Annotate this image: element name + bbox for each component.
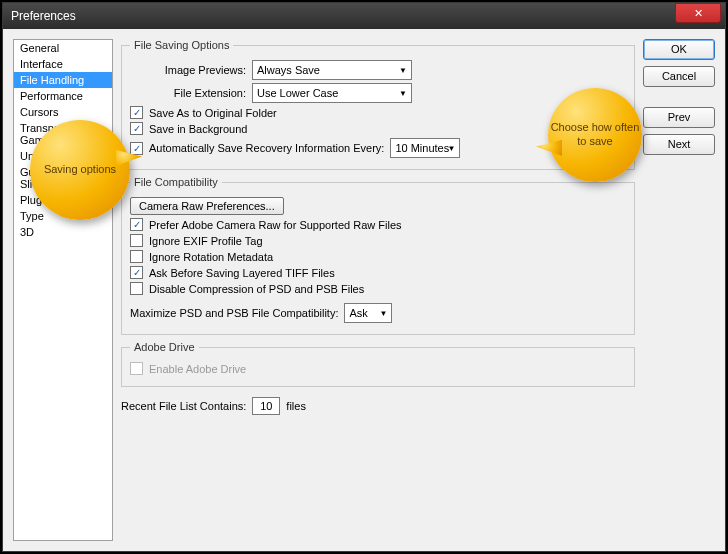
file-extension-select[interactable]: Use Lower Case ▼: [252, 83, 412, 103]
ignore-exif-label: Ignore EXIF Profile Tag: [149, 235, 263, 247]
sidebar-item-general[interactable]: General: [14, 40, 112, 56]
enable-adobe-drive-label: Enable Adobe Drive: [149, 363, 246, 375]
sidebar-item-3d[interactable]: 3D: [14, 224, 112, 240]
recent-files-input[interactable]: 10: [252, 397, 280, 415]
file-compatibility-group: File Compatibility Camera Raw Preference…: [121, 176, 635, 335]
cancel-button[interactable]: Cancel: [643, 66, 715, 87]
auto-save-checkbox[interactable]: [130, 142, 143, 155]
recent-files-label-pre: Recent File List Contains:: [121, 400, 246, 412]
callout-saving-options-text: Saving options: [44, 163, 116, 177]
file-extension-label: File Extension:: [130, 87, 246, 99]
save-original-label: Save As to Original Folder: [149, 107, 277, 119]
ok-button[interactable]: OK: [643, 39, 715, 60]
callout-auto-save-text: Choose how often to save: [548, 121, 642, 149]
file-extension-value: Use Lower Case: [257, 87, 338, 99]
sidebar-item-interface[interactable]: Interface: [14, 56, 112, 72]
maximize-compat-select[interactable]: Ask ▼: [344, 303, 392, 323]
auto-save-label: Automatically Save Recovery Information …: [149, 142, 384, 154]
prefer-acr-label: Prefer Adobe Camera Raw for Supported Ra…: [149, 219, 402, 231]
adobe-drive-legend: Adobe Drive: [130, 341, 199, 353]
callout-auto-save: Choose how often to save: [548, 88, 642, 182]
sidebar-item-performance[interactable]: Performance: [14, 88, 112, 104]
maximize-compat-value: Ask: [349, 307, 367, 319]
chevron-down-icon: ▼: [380, 309, 388, 318]
prefer-acr-checkbox[interactable]: [130, 218, 143, 231]
recent-files-label-post: files: [286, 400, 306, 412]
image-previews-value: Always Save: [257, 64, 320, 76]
sidebar-item-file-handling[interactable]: File Handling: [14, 72, 112, 88]
prev-button[interactable]: Prev: [643, 107, 715, 128]
ignore-rotation-label: Ignore Rotation Metadata: [149, 251, 273, 263]
close-icon: ✕: [694, 7, 703, 20]
camera-raw-prefs-button[interactable]: Camera Raw Preferences...: [130, 197, 284, 215]
ignore-rotation-checkbox[interactable]: [130, 250, 143, 263]
ask-tiff-label: Ask Before Saving Layered TIFF Files: [149, 267, 335, 279]
adobe-drive-group: Adobe Drive Enable Adobe Drive: [121, 341, 635, 387]
image-previews-select[interactable]: Always Save ▼: [252, 60, 412, 80]
close-button[interactable]: ✕: [675, 3, 721, 23]
maximize-compat-label: Maximize PSD and PSB File Compatibility:: [130, 307, 338, 319]
auto-save-interval-value: 10 Minutes: [395, 142, 449, 154]
category-sidebar: General Interface File Handling Performa…: [13, 39, 113, 541]
save-original-checkbox[interactable]: [130, 106, 143, 119]
auto-save-interval-select[interactable]: 10 Minutes ▼: [390, 138, 460, 158]
save-background-label: Save in Background: [149, 123, 247, 135]
disable-compression-checkbox[interactable]: [130, 282, 143, 295]
save-background-checkbox[interactable]: [130, 122, 143, 135]
file-compatibility-legend: File Compatibility: [130, 176, 222, 188]
chevron-down-icon: ▼: [447, 144, 455, 153]
image-previews-label: Image Previews:: [130, 64, 246, 76]
sidebar-item-cursors[interactable]: Cursors: [14, 104, 112, 120]
ask-tiff-checkbox[interactable]: [130, 266, 143, 279]
next-button[interactable]: Next: [643, 134, 715, 155]
file-saving-legend: File Saving Options: [130, 39, 233, 51]
chevron-down-icon: ▼: [399, 66, 407, 75]
chevron-down-icon: ▼: [399, 89, 407, 98]
ignore-exif-checkbox[interactable]: [130, 234, 143, 247]
enable-adobe-drive-checkbox: [130, 362, 143, 375]
disable-compression-label: Disable Compression of PSD and PSB Files: [149, 283, 364, 295]
callout-saving-options: Saving options: [30, 120, 130, 220]
window-title: Preferences: [7, 9, 675, 23]
